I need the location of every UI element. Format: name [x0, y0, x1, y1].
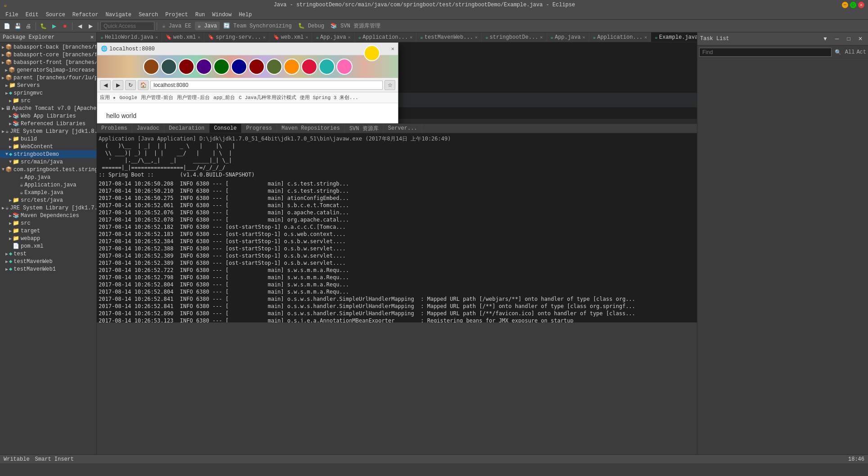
browser-forward-button[interactable]: ▶	[113, 80, 123, 90]
tree-item-stringbootdemo[interactable]: ▼ ◆ stringbootDemo	[0, 150, 96, 158]
tree-item-babasport-core[interactable]: ▶ 📦 babasport-core [branches/four/lu/par…	[0, 51, 96, 59]
maximize-button[interactable]: □	[850, 2, 856, 8]
tab-server[interactable]: Server...	[384, 124, 422, 133]
task-list-menu[interactable]: ▼	[820, 34, 830, 44]
bookmark-user-front[interactable]: 用户管理-前台	[141, 94, 174, 101]
save-button[interactable]: 💾	[13, 21, 23, 31]
bookmark-app-front[interactable]: app_前台	[213, 94, 235, 101]
browser-home-button[interactable]: 🏠	[138, 80, 149, 90]
tab-stringbootde[interactable]: ☕stringbootDe...✕	[482, 32, 547, 42]
bookmark-google[interactable]: Google	[119, 95, 137, 100]
task-list-minimize[interactable]: ─	[832, 34, 842, 44]
tree-item-webapp[interactable]: ▶ 📁 webapp	[0, 235, 96, 242]
tab-app2[interactable]: ☕App.java✕	[547, 32, 589, 42]
tab-helloworld[interactable]: ☕HelloWorld.java✕	[97, 32, 162, 42]
tree-item-babasport-back[interactable]: ▶ 📦 babasport-back [branches/four/lu/par…	[0, 43, 96, 51]
tree-item-tomcat[interactable]: ▶ 🖥 Apache Tomcat v7.0 [Apache Tomc...	[0, 104, 96, 112]
minimize-button[interactable]: ─	[842, 2, 848, 8]
tab-example[interactable]: ☕Example.java✕	[651, 32, 697, 42]
tab-svn[interactable]: SVN 资源库	[345, 124, 384, 133]
menu-run[interactable]: Run	[192, 11, 209, 19]
tree-item-src-main[interactable]: ▼ 📁 src/main/java	[0, 158, 96, 166]
new-button[interactable]: 📄	[2, 21, 12, 31]
tree-item-generator[interactable]: ▶ 📦 generatorSqlmap-increase	[0, 66, 96, 74]
tree-item-example-java[interactable]: ▶ ☕ Example.java	[0, 189, 96, 196]
browser-hello-world: hello world	[106, 112, 389, 119]
tree-item-webcontent[interactable]: ▶ 📁 WebContent	[0, 143, 96, 150]
code-editor[interactable]: 10 public class Example { 11 12● @Reques…	[97, 42, 697, 123]
tree-item-application-java[interactable]: ▶ ☕ Application.java	[0, 181, 96, 189]
perspective-java[interactable]: ☕ Java	[195, 22, 220, 30]
tree-item-jre-springmvc[interactable]: ▶ ☕ JRE System Library [jdk1.8.0_144,64.…	[0, 127, 96, 135]
close-panel-icon[interactable]: ✕	[90, 34, 94, 41]
perspective-debug[interactable]: 🐛 Debug	[295, 22, 327, 30]
perspective-svn[interactable]: 📚 SVN 资源库管理	[328, 21, 383, 31]
tab-spring-serv[interactable]: 🔖spring-serv...✕	[204, 32, 270, 42]
menu-navigate[interactable]: Navigate	[102, 11, 135, 19]
menu-help[interactable]: Help	[235, 11, 256, 19]
find-button[interactable]: 🔍	[833, 47, 843, 57]
tree-item-webapp-libs[interactable]: ▶ 📚 Web App Libraries	[0, 112, 96, 120]
tree-item-test[interactable]: ▶ ◆ test	[0, 250, 96, 258]
debug-button[interactable]: 🐛	[38, 21, 48, 31]
tree-item-src2[interactable]: ▶ 📁 src	[0, 219, 96, 227]
tab-maven-repositories[interactable]: Maven Repositories	[277, 124, 345, 133]
browser-back-button[interactable]: ◀	[100, 80, 111, 90]
tree-item-pom[interactable]: ▶ 📄 pom.xml	[0, 242, 96, 250]
tree-item-testmavenweb[interactable]: ▶ ◆ testMavenWeb	[0, 258, 96, 265]
browser-refresh-button[interactable]: ↻	[125, 80, 136, 90]
tree-item-package[interactable]: ▼ 📦 com.springboot.test.stringbootD...	[0, 166, 96, 173]
task-list-maximize[interactable]: □	[844, 34, 854, 44]
quick-access-input[interactable]	[100, 22, 154, 31]
tree-item-build[interactable]: ▶ 📁 build	[0, 135, 96, 143]
tree-item-src-test[interactable]: ▶ 📁 src/test/java	[0, 196, 96, 204]
tab-testmavenweb[interactable]: ☕testMavenWeb...✕	[416, 32, 482, 42]
browser-star-button[interactable]: ☆	[384, 80, 395, 90]
tree-item-referenced-libs[interactable]: ▶ 📚 Referenced Libraries	[0, 120, 96, 127]
bookmark-user-back[interactable]: 用户管理-后台	[177, 94, 210, 101]
menu-refactor[interactable]: Refactor	[69, 11, 102, 19]
tree-item-servers[interactable]: ▶ 📁 Servers	[0, 82, 96, 89]
menu-project[interactable]: Project	[162, 11, 191, 19]
menu-window[interactable]: Window	[208, 11, 235, 19]
tree-item-testmavenweb1[interactable]: ▶ ◆ testMavenWeb1	[0, 265, 96, 273]
tab-problems[interactable]: Problems	[97, 124, 132, 133]
perspective-java-ee[interactable]: ☕ Java EE	[159, 22, 194, 30]
find-input[interactable]	[699, 48, 832, 57]
run-button[interactable]: ▶	[49, 21, 59, 31]
menu-file[interactable]: File	[2, 11, 22, 19]
tree-item-target[interactable]: ▶ 📁 target	[0, 227, 96, 235]
print-button[interactable]: 🖨	[23, 21, 33, 31]
tab-app1[interactable]: ☕App.java✕	[312, 32, 354, 42]
bookmark-spring3[interactable]: 使用 Spring 3 来创...	[300, 94, 358, 101]
tab-declaration[interactable]: Declaration	[164, 124, 209, 133]
tab-console[interactable]: Console	[209, 124, 241, 133]
forward-button[interactable]: ▶	[86, 21, 95, 31]
tree-item-babasport-front[interactable]: ▶ 📦 babasport-front [branches/four/lu/pa…	[0, 59, 96, 66]
tab-webxml1[interactable]: 🔖web.xml✕	[162, 32, 204, 42]
menu-edit[interactable]: Edit	[22, 11, 42, 19]
close-button[interactable]: ✕	[858, 2, 864, 8]
tab-application1[interactable]: ☕Application...✕	[355, 32, 416, 42]
tab-javadoc[interactable]: Javadoc	[132, 124, 164, 133]
stop-button[interactable]: ■	[60, 21, 70, 31]
back-button[interactable]: ◀	[75, 21, 85, 31]
tree-item-maven-deps[interactable]: ▶ 📚 Maven Dependencies	[0, 212, 96, 219]
browser-url-bar[interactable]	[150, 81, 383, 90]
bookmark-java-patterns[interactable]: C Java几种常用设计模式	[239, 94, 296, 101]
tree-item-app-java[interactable]: ▶ ☕ App.java	[0, 173, 96, 181]
tree-item-src1[interactable]: ▶ 📁 src	[0, 97, 96, 104]
tab-application2[interactable]: ☕Application...✕	[589, 32, 651, 42]
tree-item-jre-51[interactable]: ▶ ☕ JRE System Library [jdk1.7.0_51]	[0, 204, 96, 212]
menu-source[interactable]: Source	[42, 11, 69, 19]
bookmark-apps[interactable]: 应用 ★	[100, 94, 116, 101]
eclipse-icon: ☕	[4, 2, 7, 9]
tab-progress[interactable]: Progress	[242, 124, 277, 133]
browser-close-icon[interactable]: ✕	[391, 45, 394, 52]
task-list-close[interactable]: ✕	[855, 34, 865, 44]
perspective-sync[interactable]: 🔄 Team Synchronizing	[221, 22, 294, 30]
tab-webxml2[interactable]: 🔖web.xml✕	[270, 32, 312, 42]
menu-search[interactable]: Search	[135, 11, 162, 19]
tree-item-parent[interactable]: ▶ 📦 parent [branches/four/lu/parent]	[0, 74, 96, 82]
tree-item-springmvc[interactable]: ▶ ◆ springmvc	[0, 89, 96, 97]
